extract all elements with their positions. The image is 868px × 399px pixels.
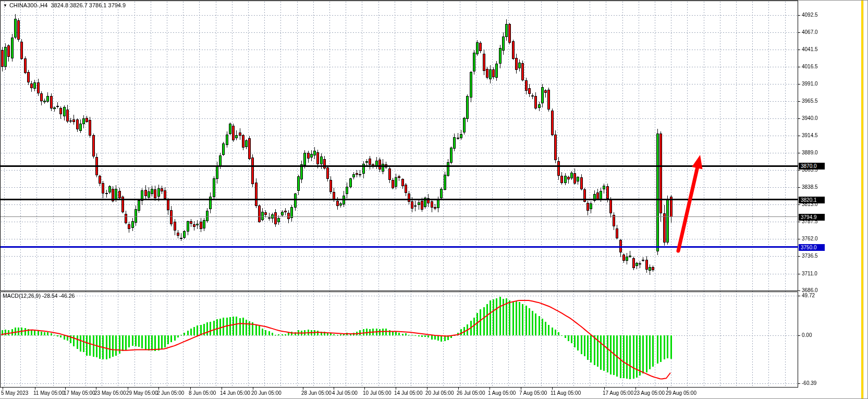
- time-tick-label: 23 Aug 05:00: [634, 390, 665, 396]
- level-line-3750.0[interactable]: [1, 246, 798, 248]
- time-tick-label: 10 Jul 05:00: [363, 390, 392, 396]
- price-tick: [798, 222, 800, 222]
- price-tick: [798, 274, 800, 274]
- chart-window: ▼CHINA300-,H4 3824.8 3826.7 3786.1 3794.…: [0, 0, 868, 399]
- time-tick: [158, 388, 159, 390]
- level-line-3820.1[interactable]: [1, 199, 798, 200]
- time-tick-label: 26 Jul 05:00: [457, 390, 485, 396]
- time-tick: [190, 388, 191, 390]
- price-tick-label: 3736.5: [802, 253, 818, 259]
- time-tick: [552, 388, 553, 390]
- time-tick-label: 1 Aug 05:00: [488, 390, 516, 396]
- price-tick: [798, 118, 800, 119]
- time-tick-label: 4 Jul 05:00: [332, 390, 358, 396]
- time-tick-label: 2 Jun 05:00: [157, 390, 184, 396]
- price-tick-label: 4041.5: [802, 46, 818, 53]
- time-tick-label: 29 Aug 05:00: [666, 390, 696, 396]
- price-tick: [798, 256, 800, 257]
- price-tick-label: 3838.5: [802, 184, 818, 190]
- time-tick-label: 11 May 05:00: [33, 390, 65, 396]
- time-tick-label: 20 Jul 05:00: [425, 390, 454, 396]
- price-tick: [798, 239, 800, 239]
- level-line-3870.0[interactable]: [1, 165, 798, 167]
- symbol-title[interactable]: ▼CHINA300-,H4 3824.8 3826.7 3786.1 3794.…: [3, 2, 126, 8]
- time-tick-label: 29 May 05:00: [126, 390, 158, 396]
- macd-tick-label: 0.00: [802, 332, 812, 338]
- macd-tick: [798, 296, 800, 296]
- price-tick: [798, 101, 800, 102]
- time-tick: [364, 388, 365, 390]
- price-tick-label: 3711.0: [802, 271, 817, 277]
- price-tick-label: 3889.0: [802, 150, 818, 156]
- time-tick-label: 20 Jun 05:00: [251, 390, 282, 396]
- price-tick: [798, 67, 800, 67]
- time-tick: [521, 388, 521, 390]
- time-tick: [253, 388, 253, 390]
- time-tick: [667, 388, 668, 390]
- macd-tick-label: -60.39: [802, 380, 816, 386]
- price-badge-3794.9: 3794.9: [799, 214, 825, 221]
- chevron-down-icon[interactable]: ▼: [3, 3, 7, 8]
- window-right-edge: [863, 1, 868, 399]
- time-tick: [635, 388, 636, 390]
- macd-tick: [798, 383, 800, 384]
- time-tick-label: 17 Aug 05:00: [603, 390, 633, 396]
- time-tick: [396, 388, 396, 390]
- price-tick-label: 4067.0: [802, 29, 818, 35]
- time-tick: [3, 388, 3, 390]
- price-tick: [798, 84, 800, 84]
- price-tick: [798, 187, 800, 188]
- macd-indicator-label: MACD(12,26,9) -28.54 -46.26: [3, 293, 75, 299]
- price-tick-label: 3762.0: [802, 236, 818, 242]
- time-tick-label: 14 Jul 05:00: [394, 390, 423, 396]
- time-tick: [222, 388, 222, 390]
- time-tick: [96, 388, 96, 390]
- time-tick: [458, 388, 459, 390]
- price-tick-label: 3914.5: [802, 132, 818, 139]
- time-tick-label: 7 Aug 05:00: [519, 390, 547, 396]
- time-tick-label: 17 May 05:00: [64, 390, 95, 396]
- price-tick: [798, 153, 800, 153]
- time-tick-label: 5 May 2023: [1, 390, 28, 396]
- time-tick-label: 14 Jun 05:00: [220, 390, 250, 396]
- macd-tick-label: 49.72: [802, 293, 815, 299]
- macd-tick: [798, 335, 800, 336]
- time-tick-label: 23 May 05:00: [94, 390, 126, 396]
- price-tick-label: 4092.5: [802, 12, 818, 18]
- price-tick-label: 3940.0: [802, 115, 818, 122]
- level-line-3794.9[interactable]: [1, 216, 798, 217]
- ohlc-readout: 3824.8 3826.7 3786.1 3794.9: [51, 2, 126, 8]
- time-tick: [427, 388, 427, 390]
- macd-indicator-panel[interactable]: [0, 292, 798, 388]
- price-tick: [798, 50, 800, 50]
- time-tick-label: 8 Jun 05:00: [189, 390, 216, 396]
- time-tick: [65, 388, 66, 390]
- price-tick: [798, 204, 800, 205]
- time-tick: [334, 388, 334, 390]
- time-tick-label: 28 Jun 05:00: [301, 390, 332, 396]
- price-tick-label: 3965.5: [802, 98, 818, 104]
- price-tick: [798, 136, 800, 136]
- price-tick: [798, 291, 800, 291]
- price-tick-label: 4016.5: [802, 64, 818, 70]
- symbol-period-label: CHINA300-,H4: [9, 2, 47, 8]
- price-badge-3750.0: 3750.0: [799, 244, 825, 251]
- price-tick: [798, 170, 800, 171]
- price-badge-3870.0: 3870.0: [799, 163, 825, 170]
- time-tick: [303, 388, 303, 390]
- price-tick: [798, 15, 800, 16]
- time-tick: [490, 388, 490, 390]
- price-tick-label: 3991.0: [802, 81, 818, 87]
- time-tick: [35, 388, 35, 390]
- time-tick: [128, 388, 128, 390]
- time-tick: [604, 388, 605, 390]
- price-tick: [798, 32, 800, 33]
- time-tick-label: 11 Aug 05:00: [551, 390, 581, 396]
- price-badge-3820.1: 3820.1: [799, 197, 825, 203]
